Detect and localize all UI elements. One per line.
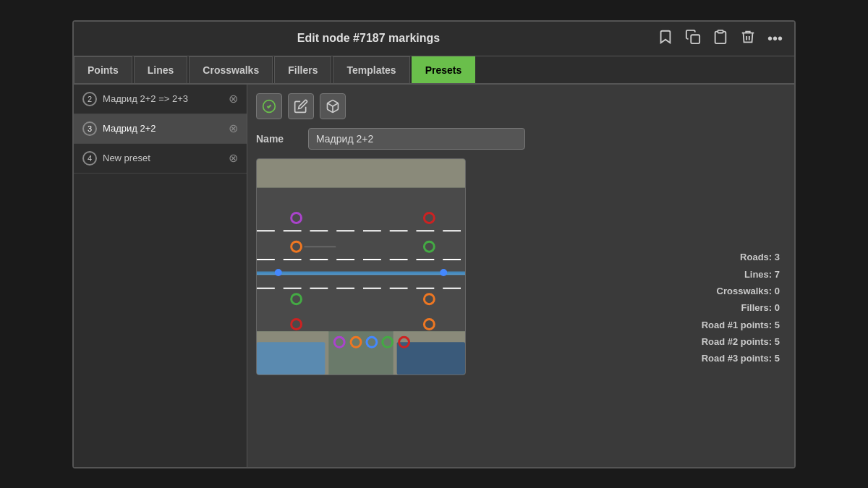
- 3d-box-btn[interactable]: [320, 93, 346, 119]
- paste-icon-btn[interactable]: [710, 27, 731, 50]
- preview-area: Roads: 3 Lines: 7 Crosswalks: 0 Fillers:…: [256, 158, 786, 458]
- preset-close-3[interactable]: ⊗: [229, 151, 238, 165]
- preset-name-1: Мадрид 2+2 => 2+3: [103, 93, 229, 104]
- stat-road2: Road #2 points: 5: [483, 333, 780, 350]
- preset-num-2: 3: [82, 121, 97, 136]
- svg-rect-0: [691, 35, 699, 43]
- svg-rect-1: [718, 30, 723, 33]
- edit-btn[interactable]: [288, 93, 314, 119]
- title-icons: •••: [655, 27, 786, 50]
- copy-icon-btn[interactable]: [682, 27, 704, 50]
- tab-templates[interactable]: Templates: [333, 56, 409, 83]
- delete-icon-btn[interactable]: [737, 27, 759, 50]
- svg-point-22: [275, 268, 282, 275]
- detail-panel: Name: [247, 85, 794, 467]
- preset-close-2[interactable]: ⊗: [229, 121, 238, 135]
- bookmark-icon-btn[interactable]: [655, 27, 676, 50]
- preset-item-3[interactable]: 4 New preset ⊗: [74, 144, 247, 174]
- title-bar: Edit node #7187 markings: [74, 22, 794, 56]
- preset-num-3: 4: [82, 151, 97, 166]
- stat-roads: Roads: 3: [483, 249, 780, 265]
- more-icon: •••: [767, 30, 783, 46]
- tab-fillers[interactable]: Fillers: [274, 56, 331, 83]
- name-row: Name: [256, 128, 786, 150]
- stat-fillers: Fillers: 0: [483, 299, 780, 316]
- preset-name-3: New preset: [103, 153, 229, 163]
- stat-road3: Road #3 points: 5: [483, 350, 780, 367]
- preset-num-1: 2: [82, 92, 97, 106]
- stats-panel: Roads: 3 Lines: 7 Crosswalks: 0 Fillers:…: [477, 158, 786, 458]
- road-preview: [256, 158, 466, 375]
- name-label: Name: [256, 133, 299, 145]
- tab-points[interactable]: Points: [74, 56, 132, 83]
- detail-toolbar: [256, 93, 786, 119]
- window-title: Edit node #7187 markings: [82, 32, 655, 45]
- confirm-btn[interactable]: [256, 93, 282, 119]
- tab-lines[interactable]: Lines: [134, 56, 188, 83]
- preset-close-1[interactable]: ⊗: [229, 92, 238, 106]
- tab-crosswalks[interactable]: Crosswalks: [189, 56, 273, 83]
- main-content: 2 Мадрид 2+2 => 2+3 ⊗ 3 Мадрид 2+2 ⊗ 4 N…: [74, 85, 794, 467]
- preset-name-2: Мадрид 2+2: [103, 123, 229, 134]
- tab-bar: Points Lines Crosswalks Fillers Template…: [74, 56, 794, 85]
- app-window: Edit node #7187 markings: [72, 20, 796, 468]
- tab-presets[interactable]: Presets: [412, 56, 476, 83]
- more-options-btn[interactable]: •••: [765, 29, 786, 48]
- stat-road1: Road #1 points: 5: [483, 317, 780, 333]
- svg-point-23: [440, 268, 447, 275]
- stat-lines: Lines: 7: [483, 266, 780, 283]
- stat-crosswalks: Crosswalks: 0: [483, 283, 780, 299]
- presets-sidebar: 2 Мадрид 2+2 => 2+3 ⊗ 3 Мадрид 2+2 ⊗ 4 N…: [74, 85, 247, 467]
- svg-rect-5: [257, 159, 465, 188]
- preset-item-2[interactable]: 3 Мадрид 2+2 ⊗: [74, 114, 247, 144]
- svg-rect-10: [257, 342, 325, 374]
- name-input[interactable]: [308, 128, 525, 150]
- preset-item-1[interactable]: 2 Мадрид 2+2 => 2+3 ⊗: [74, 85, 247, 114]
